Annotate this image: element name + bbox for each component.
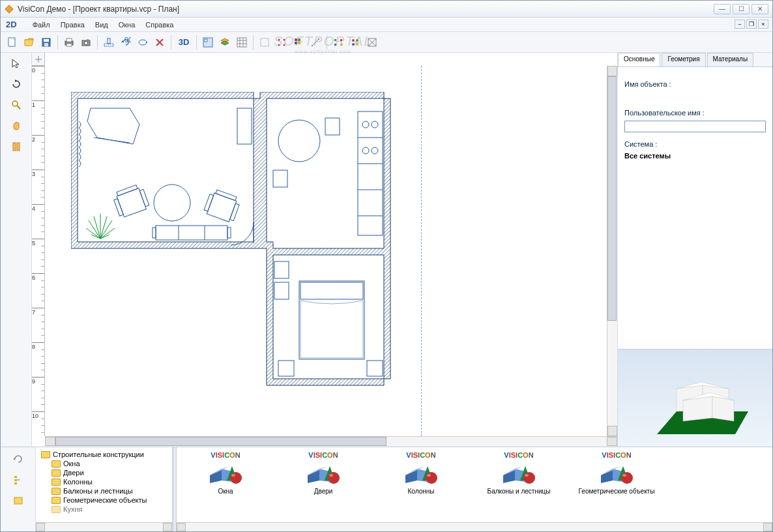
svg-rect-54 — [13, 143, 16, 151]
vertical-guide[interactable] — [421, 66, 422, 436]
canvas[interactable] — [45, 66, 607, 436]
ruler-origin[interactable] — [32, 53, 45, 66]
library-tree[interactable]: Строительные конструкции Окна Двери Коло… — [36, 447, 173, 531]
svg-point-43 — [352, 39, 355, 42]
menu-file[interactable]: Файл — [27, 19, 55, 31]
object-name-value — [624, 92, 766, 101]
tree-item-doors[interactable]: Двери — [38, 468, 169, 477]
new-file-button[interactable] — [5, 35, 20, 50]
measure-button[interactable] — [308, 35, 323, 50]
rotate-tool[interactable] — [8, 76, 24, 92]
tab-materials[interactable]: Материалы — [707, 53, 754, 66]
menu-windows[interactable]: Окна — [113, 19, 141, 31]
svg-point-46 — [356, 43, 358, 46]
svg-line-59 — [94, 138, 130, 143]
tree-item-geometry[interactable]: Геометрические объекты — [38, 495, 169, 505]
rotate-free-button[interactable] — [135, 35, 151, 50]
lib-items-scrollbar[interactable] — [177, 522, 772, 531]
svg-rect-65 — [207, 193, 236, 222]
svg-rect-22 — [237, 38, 246, 47]
tree-item-balconies[interactable]: Балконы и лестницы — [38, 486, 169, 495]
tree-root[interactable]: Строительные конструкции — [38, 450, 169, 459]
vertical-scrollbar[interactable] — [607, 66, 617, 436]
tab-main[interactable]: Основные — [618, 53, 660, 66]
library-item-label: Геометрические объекты — [579, 488, 655, 495]
scroll-down-button[interactable] — [607, 426, 617, 436]
grid-view-button[interactable] — [234, 35, 250, 50]
scroll-up-button[interactable] — [607, 66, 617, 76]
plan-view-button[interactable] — [200, 35, 216, 50]
svg-text:90: 90 — [124, 37, 131, 44]
library-panel: Строительные конструкции Окна Двери Коло… — [1, 447, 772, 531]
library-item[interactable]: VISICONДвери — [281, 451, 366, 495]
zoom-tool[interactable] — [8, 97, 24, 113]
svg-rect-12 — [104, 44, 113, 46]
svg-rect-41 — [334, 44, 336, 46]
open-file-button[interactable] — [22, 35, 37, 50]
vscroll-thumb[interactable] — [607, 76, 617, 321]
maximize-button[interactable]: ☐ — [733, 4, 750, 14]
camera-button[interactable] — [78, 35, 94, 50]
svg-rect-5 — [44, 43, 48, 46]
svg-rect-97 — [299, 281, 364, 359]
preview-3d[interactable] — [618, 349, 772, 447]
user-name-input[interactable] — [624, 121, 766, 132]
floorplan-drawing[interactable] — [71, 92, 397, 405]
svg-rect-7 — [66, 38, 72, 42]
menu-edit[interactable]: Правка — [55, 19, 90, 31]
scroll-right-button[interactable] — [607, 437, 617, 446]
color-tool-button[interactable] — [291, 35, 306, 50]
vertical-ruler[interactable]: 012345678910 — [32, 66, 45, 436]
pattern-button[interactable] — [364, 35, 380, 50]
view-3d-button[interactable]: 3D — [175, 35, 193, 50]
horizontal-scrollbar[interactable] — [45, 436, 617, 447]
svg-point-60 — [154, 185, 190, 221]
print-button[interactable] — [61, 35, 77, 50]
snap-button[interactable] — [274, 35, 289, 50]
layers-button[interactable] — [217, 35, 233, 50]
tab-geometry[interactable]: Геометрия — [662, 53, 705, 66]
mode-2d-indicator[interactable]: 2D — [3, 18, 20, 31]
svg-rect-42 — [340, 44, 342, 46]
library-item[interactable]: VISICONОкна — [183, 451, 268, 495]
lib-refresh-icon[interactable] — [10, 451, 26, 467]
library-sidebar — [1, 447, 36, 531]
toggle-grid-button[interactable] — [257, 35, 272, 50]
svg-rect-116 — [14, 497, 22, 504]
library-item[interactable]: VISICONКолонны — [379, 451, 463, 495]
pan-tool[interactable] — [8, 118, 24, 134]
system-value: Все системы — [624, 152, 766, 160]
walkthrough-tool[interactable] — [8, 139, 24, 155]
tree-item-columns[interactable]: Колонны — [38, 477, 169, 486]
library-item-label: Колонны — [408, 488, 435, 495]
delete-button[interactable] — [152, 35, 168, 50]
library-item[interactable]: VISICONБалконы и лестницы — [476, 451, 561, 495]
library-item[interactable]: VISICONГеометрические объекты — [574, 451, 659, 495]
lib-catalog-icon[interactable] — [10, 493, 26, 509]
mdi-restore-button[interactable]: ❐ — [746, 20, 757, 29]
menu-help[interactable]: Справка — [140, 19, 179, 31]
close-button[interactable]: ✕ — [751, 4, 768, 14]
lib-tree-scrollbar[interactable] — [36, 522, 172, 531]
selection-tool[interactable] — [8, 55, 24, 71]
tree-item-kitchen[interactable]: Кухня — [38, 505, 169, 514]
mdi-minimize-button[interactable]: – — [735, 20, 745, 29]
rotate-90-button[interactable]: 90 — [118, 35, 134, 50]
tree-item-windows[interactable]: Окна — [38, 459, 169, 468]
svg-line-80 — [100, 228, 115, 239]
menu-view[interactable]: Вид — [90, 19, 113, 31]
distribute-button[interactable] — [330, 35, 346, 50]
save-button[interactable] — [38, 35, 54, 50]
align-button[interactable] — [347, 35, 363, 50]
svg-rect-85 — [325, 118, 340, 135]
svg-line-81 — [86, 228, 100, 239]
scroll-left-button[interactable] — [45, 437, 55, 446]
mdi-close-button[interactable]: × — [758, 20, 768, 29]
minimize-button[interactable]: — — [714, 4, 731, 14]
wall-tool-button[interactable] — [101, 35, 117, 50]
svg-rect-86 — [273, 170, 287, 187]
hscroll-thumb[interactable] — [55, 437, 386, 446]
svg-point-93 — [372, 121, 378, 128]
svg-rect-62 — [114, 199, 124, 216]
lib-tree-icon[interactable] — [10, 472, 26, 488]
